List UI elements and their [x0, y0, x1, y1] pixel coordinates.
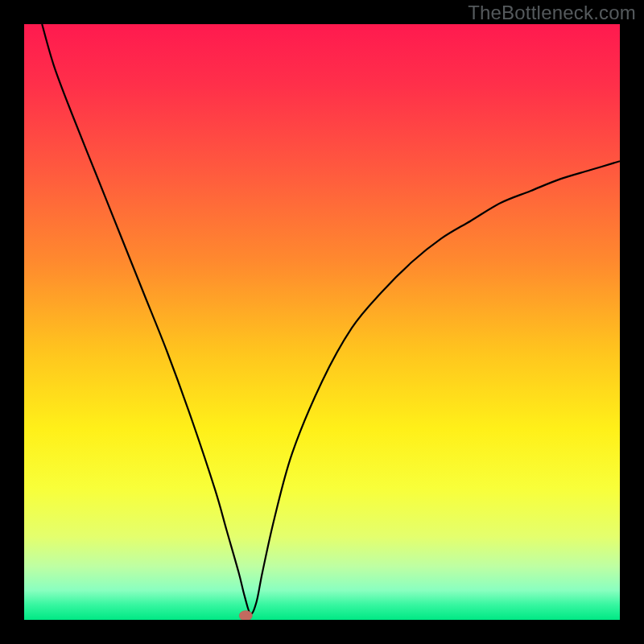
plot-area: [24, 24, 620, 620]
chart-frame: TheBottleneck.com: [0, 0, 644, 644]
chart-svg: [24, 24, 620, 620]
gradient-background: [24, 24, 620, 620]
watermark-text: TheBottleneck.com: [468, 2, 636, 24]
minimum-marker: [239, 611, 252, 620]
